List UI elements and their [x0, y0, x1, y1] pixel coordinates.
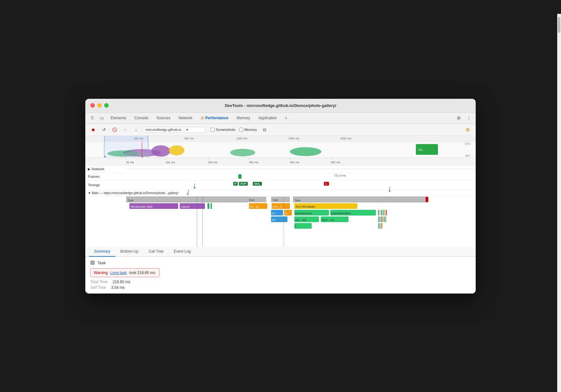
- clear-button[interactable]: 🚫: [110, 126, 119, 134]
- layout-block[interactable]: Layout: [180, 203, 205, 209]
- tab-memory[interactable]: Memory: [233, 114, 254, 122]
- vline-red: [284, 196, 284, 247]
- task-row-3: ti.J vi (anonymous) populateGallery: [126, 210, 476, 216]
- self-time-value: 3.54 ms: [111, 285, 125, 290]
- task-block-2[interactable]: Task: [247, 197, 266, 202]
- badge-dcl: DCL: [253, 182, 262, 186]
- tab-summary[interactable]: Summary: [89, 247, 115, 257]
- dense-bar-6: [383, 216, 383, 222]
- network-arrow-icon: ▶: [88, 167, 90, 171]
- close-button[interactable]: [90, 103, 95, 108]
- self-time-label: Self Time: [90, 285, 106, 290]
- overview-bar[interactable]: 491 ms 991 ms 1491 ms 1991 ms 2491 ms: [85, 136, 476, 158]
- device-icon[interactable]: ▭: [97, 114, 106, 122]
- bar-right-5: [384, 210, 385, 216]
- bar-right-2: [380, 210, 381, 216]
- dense-bar-5: [382, 216, 382, 222]
- populate-block[interactable]: populateGallery: [330, 210, 376, 216]
- ruler-mark-1991: 1991 ms: [288, 137, 299, 140]
- task-block-1[interactable]: Task: [126, 197, 249, 202]
- cpu-label: CPU: [465, 142, 471, 145]
- main-row-header: ▼ Main — https://microsoftedge.github.io…: [85, 190, 476, 196]
- record-button[interactable]: ⏺: [89, 126, 97, 134]
- tab-event-log[interactable]: Event Log: [169, 247, 196, 257]
- tab-application[interactable]: Application: [255, 114, 281, 122]
- download-button[interactable]: ↓: [132, 126, 140, 134]
- bar-right-1: [378, 210, 379, 216]
- vi-block[interactable]: vi: [284, 210, 292, 216]
- summary-tabs: Summary Bottom-Up Call Tree Event Log: [85, 247, 476, 257]
- screenshots-checkbox-label[interactable]: Screenshots: [211, 128, 235, 132]
- dense-bars-2: [378, 223, 419, 229]
- anus1-label: (an…us): [294, 218, 306, 221]
- tab-bottom-up[interactable]: Bottom-Up: [115, 247, 143, 257]
- cpu-chart: DS... CPU NET: [85, 142, 476, 158]
- tab-console[interactable]: Console: [131, 114, 152, 122]
- ruler-mark-1491: 1491 ms: [236, 137, 247, 140]
- mark-391: 391 ms: [249, 161, 258, 164]
- f-block[interactable]: f…: [294, 223, 312, 229]
- cpu-chart-svg: DS...: [85, 142, 476, 158]
- recalc-style-label: Recalculate Style: [129, 205, 153, 208]
- event-label: Ev…pt: [249, 205, 258, 208]
- anus2-label: (ano…us): [321, 218, 334, 221]
- tab-performance[interactable]: ⚠ Performance: [197, 114, 232, 122]
- layout-label: Layout: [180, 205, 190, 208]
- bar-right-4: [383, 210, 384, 216]
- url-dropdown-icon[interactable]: ▾: [186, 128, 188, 132]
- tab-more[interactable]: »: [281, 114, 291, 122]
- maximize-button[interactable]: [104, 103, 109, 108]
- funll-label: Fun…ll: [272, 205, 282, 208]
- tij-block[interactable]: ti.J: [271, 210, 283, 216]
- task-red-marker: [426, 197, 428, 202]
- memory-label: Memory: [244, 128, 257, 132]
- svg-point-1: [151, 145, 170, 157]
- tick-491: [290, 158, 290, 160]
- window-title: DevTools - microsoftedge.github.io/Demos…: [225, 103, 336, 108]
- tab-network[interactable]: Network: [175, 114, 196, 122]
- inspector-icon[interactable]: ⠿: [88, 114, 97, 122]
- tif-block[interactable]: ti.F: [271, 216, 287, 222]
- badge-p: P: [233, 182, 238, 186]
- funll-block[interactable]: Fun…ll: [272, 203, 290, 209]
- svg-point-3: [230, 149, 255, 156]
- timings-label: Timings: [85, 183, 126, 187]
- tab-sources[interactable]: Sources: [153, 114, 174, 122]
- minimize-button[interactable]: [97, 103, 102, 108]
- mark-491: 491 ms: [290, 161, 299, 164]
- tab-elements[interactable]: Elements: [107, 114, 130, 122]
- network-text: Network: [92, 167, 104, 171]
- upload-button[interactable]: ↑: [121, 126, 129, 134]
- tab-bar: ⠿ ▭ Elements Console Sources Network ⚠ P…: [85, 113, 476, 124]
- url-text: microsoftedge.github.io ...: [145, 128, 185, 132]
- task-row-5: f…: [126, 223, 476, 229]
- warning-link[interactable]: Long task: [110, 271, 127, 275]
- tab-call-tree[interactable]: Call Tree: [144, 247, 169, 257]
- perf-settings-icon[interactable]: ⚙: [464, 126, 472, 134]
- task-block-4[interactable]: Task: [293, 197, 428, 202]
- screenshots-label: Screenshots: [216, 128, 235, 132]
- anus1-block[interactable]: (an…us): [294, 216, 319, 222]
- stats-row: Total Time 218.60 ms: [90, 280, 471, 284]
- mark-291: 291 ms: [208, 161, 218, 164]
- microtasks-block[interactable]: Run Microtasks: [294, 203, 357, 209]
- memory-checkbox-label[interactable]: Memory: [239, 128, 257, 132]
- total-time-label: Total Time: [90, 280, 108, 284]
- anus2-block[interactable]: (ano…us): [321, 216, 348, 222]
- settings-icon[interactable]: ⚙: [454, 114, 463, 122]
- ruler-mark-2491: 2491 ms: [340, 137, 351, 140]
- bar-right-3: [381, 210, 382, 216]
- task-color-box: [90, 260, 95, 265]
- anonymous-block[interactable]: (anonymous): [294, 210, 329, 216]
- more-options-icon[interactable]: ⋮: [464, 114, 473, 122]
- recalc-style-block[interactable]: Recalculate Style: [129, 203, 178, 209]
- event-block[interactable]: Ev…pt: [249, 203, 267, 209]
- self-time-row: Self Time 3.54 ms: [90, 285, 471, 290]
- task-block-3[interactable]: Task: [271, 197, 290, 202]
- memory-checkbox[interactable]: [239, 128, 243, 132]
- screenshots-checkbox[interactable]: [211, 128, 215, 132]
- dense-bar2-4: [381, 223, 382, 229]
- capture-icon[interactable]: ⊟: [261, 126, 269, 134]
- refresh-button[interactable]: ↺: [100, 126, 108, 134]
- vline-291: [197, 196, 197, 247]
